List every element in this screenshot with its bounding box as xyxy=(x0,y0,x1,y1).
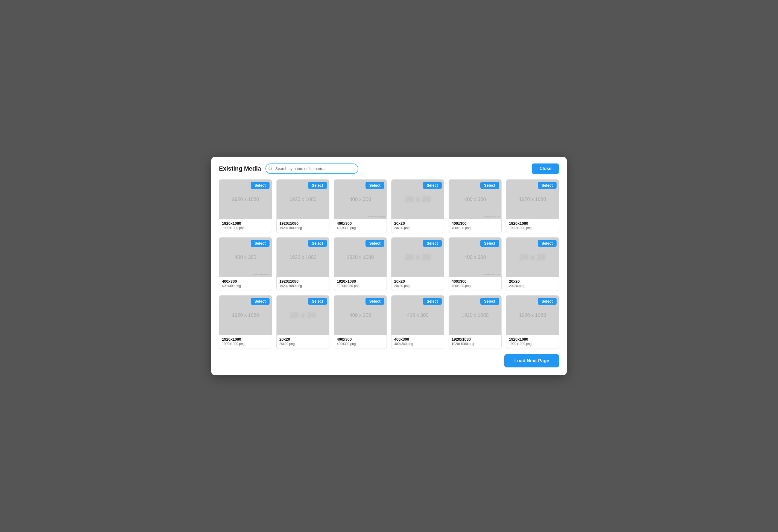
card-filename: 20x20.png xyxy=(509,284,556,288)
select-button[interactable]: Select xyxy=(308,298,327,305)
thumb-label: 20 x 20 xyxy=(290,311,315,320)
card-info: 1920x10801920x1080.png xyxy=(219,335,272,349)
media-card: Select400 x 300400x300400x300.png xyxy=(334,295,387,349)
card-filename: 1920x1080.png xyxy=(280,284,326,288)
card-name: 400x300 xyxy=(394,337,441,341)
thumbnail: Select20 x 20 xyxy=(277,296,329,335)
thumb-label: 20 x 20 xyxy=(520,253,545,261)
search-icon xyxy=(268,166,273,171)
card-info: 1920x10801920x1080.png xyxy=(277,219,329,233)
close-button[interactable]: Close xyxy=(532,163,559,174)
select-button[interactable]: Select xyxy=(480,298,499,305)
powered-label: Powered by HTM xyxy=(483,215,500,218)
thumbnail: Select1920 x 1080 xyxy=(506,296,559,335)
media-card: Select1920 x 10801920x10801920x1080.png xyxy=(219,295,272,349)
select-button[interactable]: Select xyxy=(251,298,269,305)
thumb-label: 400 x 300 xyxy=(407,312,429,318)
select-button[interactable]: Select xyxy=(251,240,269,247)
card-name: 20x20 xyxy=(394,221,441,226)
existing-media-modal: Existing Media Close Select1920 x 108019… xyxy=(211,157,567,375)
thumbnail: Select400 x 300Powered by HTM xyxy=(334,179,387,219)
select-button[interactable]: Select xyxy=(538,298,557,305)
thumbnail: Select20 x 20 xyxy=(506,238,559,277)
thumbnail: Select400 x 300 xyxy=(334,296,387,335)
thumb-label: 400 x 300 xyxy=(464,197,486,202)
thumbnail: Select1920 x 1080 xyxy=(449,296,501,335)
media-card: Select20 x 2020x2020x20.png xyxy=(391,179,444,233)
thumb-label: 1920 x 1080 xyxy=(232,312,259,318)
media-card: Select1920 x 10801920x10801920x1080.png xyxy=(219,179,272,233)
select-button[interactable]: Select xyxy=(538,182,557,189)
media-grid: Select1920 x 10801920x10801920x1080.pngS… xyxy=(219,179,559,349)
thumbnail: Select1920 x 1080 xyxy=(277,238,329,277)
load-next-button[interactable]: Load Next Page xyxy=(504,354,559,367)
thumb-label: 20 x 20 xyxy=(405,195,430,204)
thumbnail: Select400 x 300Powered by HTM xyxy=(449,179,501,219)
card-name: 400x300 xyxy=(452,221,498,226)
card-name: 1920x1080 xyxy=(280,279,326,284)
card-name: 1920x1080 xyxy=(222,221,269,226)
select-button[interactable]: Select xyxy=(366,240,384,247)
card-name: 400x300 xyxy=(337,221,384,226)
card-name: 1920x1080 xyxy=(509,221,556,226)
thumb-label: 1920 x 1080 xyxy=(289,254,316,260)
thumb-label: 1920 x 1080 xyxy=(346,254,374,260)
powered-label: Powered by HTM xyxy=(253,274,270,276)
card-info: 400x300400x300.png xyxy=(391,335,444,349)
card-name: 400x300 xyxy=(337,337,384,341)
select-button[interactable]: Select xyxy=(366,298,384,305)
search-input[interactable] xyxy=(265,163,359,174)
card-filename: 400x300.png xyxy=(452,284,498,288)
card-name: 20x20 xyxy=(509,279,556,284)
card-filename: 20x20.png xyxy=(394,226,441,230)
select-button[interactable]: Select xyxy=(423,298,442,305)
select-button[interactable]: Select xyxy=(366,182,384,189)
select-button[interactable]: Select xyxy=(308,182,327,189)
media-card: Select400 x 300400x300400x300.png xyxy=(391,295,444,349)
select-button[interactable]: Select xyxy=(308,240,327,247)
card-name: 400x300 xyxy=(222,279,269,284)
select-button[interactable]: Select xyxy=(423,240,442,247)
select-button[interactable]: Select xyxy=(423,182,442,189)
thumbnail: Select400 x 300Powered by HTM xyxy=(219,238,272,277)
select-button[interactable]: Select xyxy=(538,240,557,247)
select-button[interactable]: Select xyxy=(480,182,499,189)
card-info: 1920x10801920x1080.png xyxy=(449,335,501,349)
card-info: 1920x10801920x1080.png xyxy=(219,219,272,233)
thumbnail: Select20 x 20 xyxy=(391,238,444,277)
card-name: 1920x1080 xyxy=(452,337,498,341)
select-button[interactable]: Select xyxy=(251,182,269,189)
search-input-container xyxy=(265,163,359,174)
card-name: 1920x1080 xyxy=(222,337,269,341)
thumbnail: Select1920 x 1080 xyxy=(506,179,559,219)
card-info: 20x2020x20.png xyxy=(391,219,444,233)
card-filename: 1920x1080.png xyxy=(509,226,556,230)
thumb-label: 1920 x 1080 xyxy=(461,312,488,318)
thumbnail: Select400 x 300Powered by HTM xyxy=(449,238,501,277)
card-info: 400x300400x300.png xyxy=(449,219,501,233)
media-card: Select400 x 300Powered by HTM400x300400x… xyxy=(219,237,272,291)
select-button[interactable]: Select xyxy=(480,240,499,247)
thumbnail: Select1920 x 1080 xyxy=(277,179,329,219)
card-info: 20x2020x20.png xyxy=(391,277,444,291)
card-name: 1920x1080 xyxy=(280,221,326,226)
thumb-label: 1920 x 1080 xyxy=(232,197,259,202)
media-card: Select1920 x 10801920x10801920x1080.png xyxy=(506,295,559,349)
thumb-label: 400 x 300 xyxy=(349,197,371,202)
media-card: Select1920 x 10801920x10801920x1080.png xyxy=(277,179,329,233)
card-filename: 1920x1080.png xyxy=(509,342,556,346)
thumb-label: 400 x 300 xyxy=(349,312,371,318)
modal-title: Existing Media xyxy=(219,165,261,172)
thumb-label: 400 x 300 xyxy=(235,254,256,260)
powered-label: Powered by HTM xyxy=(483,274,500,276)
media-card: Select20 x 2020x2020x20.png xyxy=(277,295,329,349)
card-filename: 400x300.png xyxy=(222,284,269,288)
card-filename: 1920x1080.png xyxy=(222,226,269,230)
card-info: 400x300400x300.png xyxy=(334,219,387,233)
card-filename: 400x300.png xyxy=(337,226,384,230)
card-name: 400x300 xyxy=(452,279,498,284)
thumb-label: 20 x 20 xyxy=(405,253,430,261)
thumb-label: 1920 x 1080 xyxy=(519,197,546,202)
footer: Load Next Page xyxy=(219,354,559,367)
media-card: Select400 x 300Powered by HTM400x300400x… xyxy=(449,179,501,233)
